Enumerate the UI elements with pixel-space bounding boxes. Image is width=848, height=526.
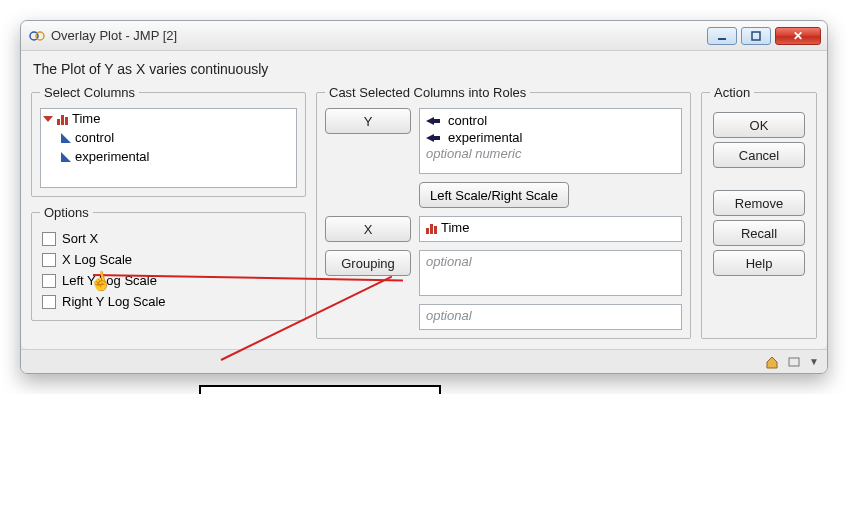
list-item[interactable]: Time <box>41 109 296 128</box>
column-label: experimental <box>75 149 149 164</box>
option-label: Sort X <box>62 231 98 246</box>
columns-listbox[interactable]: Time control experimental <box>40 108 297 188</box>
home-icon[interactable] <box>765 355 779 369</box>
list-item[interactable]: experimental <box>41 147 296 166</box>
checkbox[interactable] <box>42 295 56 309</box>
x-role-button[interactable]: X <box>325 216 411 242</box>
continuous-icon <box>61 152 71 162</box>
continuous-icon <box>61 133 71 143</box>
option-label: Right Y Log Scale <box>62 294 166 309</box>
option-sort-x[interactable]: Sort X <box>40 228 297 249</box>
role-item-label: experimental <box>448 130 522 145</box>
select-columns-legend: Select Columns <box>40 85 139 100</box>
cast-roles-group: Cast Selected Columns into Roles Y contr… <box>316 85 691 339</box>
cast-roles-legend: Cast Selected Columns into Roles <box>325 85 530 100</box>
option-x-log-scale[interactable]: X Log Scale <box>40 249 297 270</box>
option-label: X Log Scale <box>62 252 132 267</box>
option-left-y-log-scale[interactable]: Left Y Log Scale <box>40 270 297 291</box>
select-columns-group: Select Columns Time control <box>31 85 306 197</box>
role-item[interactable]: control <box>426 112 675 129</box>
disclosure-triangle-icon[interactable] <box>43 116 53 122</box>
role-item-label: Time <box>441 220 469 235</box>
list-item[interactable]: control <box>41 128 296 147</box>
y-role-button[interactable]: Y <box>325 108 411 134</box>
bar-icon <box>57 113 68 125</box>
dialog-subtitle: The Plot of Y as X varies continuously <box>31 57 817 85</box>
svg-rect-4 <box>789 358 799 366</box>
arrow-left-icon <box>426 134 434 142</box>
app-icon <box>29 28 45 44</box>
checkbox[interactable] <box>42 253 56 267</box>
role-item-label: control <box>448 113 487 128</box>
grouping-role-list[interactable]: optional <box>419 250 682 296</box>
role-item[interactable]: Time <box>426 220 675 235</box>
window-frame: Overlay Plot - JMP [2] ✕ The Plot of Y a… <box>20 20 828 374</box>
y-role-list[interactable]: control experimental optional numeric <box>419 108 682 174</box>
column-label: Time <box>72 111 100 126</box>
remove-button[interactable]: Remove <box>713 190 805 216</box>
arrow-left-icon <box>426 117 434 125</box>
svg-rect-3 <box>752 32 760 40</box>
close-button[interactable]: ✕ <box>775 27 821 45</box>
checkbox[interactable] <box>42 232 56 246</box>
role-placeholder: optional <box>426 254 472 269</box>
ok-button[interactable]: OK <box>713 112 805 138</box>
scale-toggle-button[interactable]: Left Scale/Right Scale <box>419 182 569 208</box>
help-button[interactable]: Help <box>713 250 805 276</box>
action-group: Action OK Cancel Remove Recall Help <box>701 85 817 339</box>
annotation-callout: Uncheck Sort X box to order X axis as sh… <box>199 385 441 394</box>
role-item[interactable]: experimental <box>426 129 675 146</box>
titlebar[interactable]: Overlay Plot - JMP [2] ✕ <box>21 21 827 51</box>
minimize-button[interactable] <box>707 27 737 45</box>
options-group: Options Sort X X Log Scale Left Y Log Sc… <box>31 205 306 321</box>
by-role-list[interactable]: optional <box>419 304 682 330</box>
recall-button[interactable]: Recall <box>713 220 805 246</box>
x-role-list[interactable]: Time <box>419 216 682 242</box>
bar-icon <box>426 222 437 234</box>
dropdown-caret-icon[interactable]: ▼ <box>809 356 819 367</box>
maximize-button[interactable] <box>741 27 771 45</box>
box-icon[interactable] <box>787 355 801 369</box>
option-right-y-log-scale[interactable]: Right Y Log Scale <box>40 291 297 312</box>
role-placeholder: optional numeric <box>426 146 675 161</box>
grouping-role-button[interactable]: Grouping <box>325 250 411 276</box>
checkbox[interactable] <box>42 274 56 288</box>
dialog-content: The Plot of Y as X varies continuously S… <box>21 51 827 349</box>
window-title: Overlay Plot - JMP [2] <box>51 28 707 43</box>
statusbar: ▼ <box>21 349 827 373</box>
svg-rect-2 <box>718 38 726 40</box>
role-placeholder: optional <box>426 308 472 323</box>
options-legend: Options <box>40 205 93 220</box>
svg-point-1 <box>36 32 44 40</box>
cancel-button[interactable]: Cancel <box>713 142 805 168</box>
column-label: control <box>75 130 114 145</box>
action-legend: Action <box>710 85 754 100</box>
